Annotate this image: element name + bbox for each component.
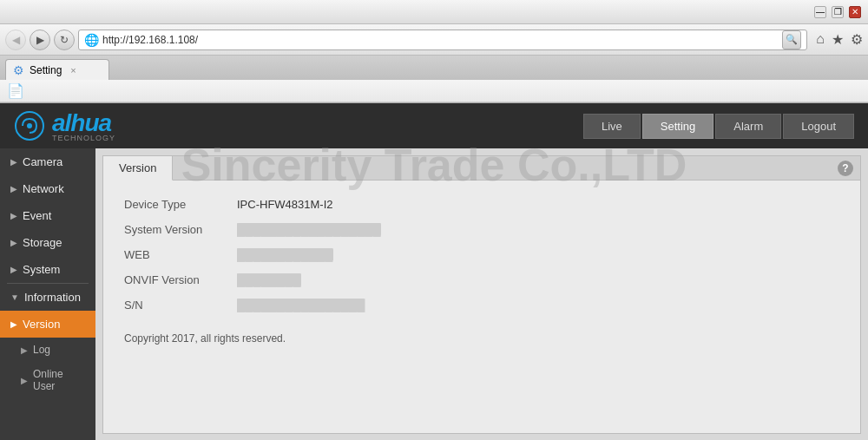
app-header: alhua TECHNOLOGY Live Setting Alarm Logo… <box>0 103 868 148</box>
address-text: http://192.168.1.108/ <box>102 34 779 46</box>
sidebar-item-information[interactable]: ▼ Information <box>0 284 95 311</box>
arrow-icon-event: ▶ <box>10 211 17 220</box>
sidebar-item-camera[interactable]: ▶ Camera <box>0 148 95 175</box>
home-icon[interactable]: ⌂ <box>816 31 825 48</box>
info-row-sn: S/N ████████████████ <box>124 299 839 312</box>
nav-setting[interactable]: Setting <box>642 114 713 139</box>
arrow-icon-network: ▶ <box>10 184 17 194</box>
refresh-button[interactable]: ↻ <box>54 30 75 50</box>
address-bar[interactable]: 🌐 http://192.168.1.108/ 🔍 <box>78 30 807 50</box>
sidebar-label-information: Information <box>24 291 81 304</box>
nav-live[interactable]: Live <box>583 114 641 139</box>
sidebar-label-camera: Camera <box>23 155 62 168</box>
arrow-icon-system: ▶ <box>10 265 17 274</box>
browser-chrome: — ❐ ✕ ◀ ▶ ↻ 🌐 http://192.168.1.108/ 🔍 ⌂ … <box>0 0 868 103</box>
arrow-icon-log: ▶ <box>21 345 28 355</box>
sidebar-item-storage[interactable]: ▶ Storage <box>0 229 95 256</box>
arrow-icon-version: ▶ <box>10 319 17 329</box>
restore-button[interactable]: ❐ <box>832 6 844 18</box>
value-onvif: ████████ <box>237 273 301 286</box>
browser-toolbar: ◀ ▶ ↻ 🌐 http://192.168.1.108/ 🔍 ⌂ ★ ⚙ <box>0 24 868 56</box>
titlebar: — ❐ ✕ <box>0 0 868 24</box>
content-area: Version ? Device Type IPC-HFW4831M-I2 Sy… <box>95 148 868 440</box>
label-onvif: ONVIF Version <box>124 273 237 286</box>
logo-subtitle: TECHNOLOGY <box>52 134 115 142</box>
tab-favicon: ⚙ <box>13 63 24 77</box>
sidebar-label-system: System <box>23 263 60 276</box>
tab-bar: ⚙ Setting × <box>0 56 868 80</box>
label-system-version: System Version <box>124 223 237 236</box>
label-web: WEB <box>124 248 237 261</box>
bookmarks-bar: 📄 <box>0 80 868 102</box>
value-device-type: IPC-HFW4831M-I2 <box>237 198 333 211</box>
sidebar-item-log[interactable]: ▶ Log <box>0 338 95 362</box>
globe-icon: 🌐 <box>84 33 99 47</box>
sidebar-label-version: Version <box>23 318 60 331</box>
logo-text-area: alhua TECHNOLOGY <box>52 109 115 142</box>
info-row-device-type: Device Type IPC-HFW4831M-I2 <box>124 198 839 211</box>
sidebar-item-version[interactable]: ▶ Version <box>0 311 95 338</box>
value-web: ████████████ <box>237 248 333 261</box>
star-icon[interactable]: ★ <box>832 31 844 48</box>
arrow-icon-storage: ▶ <box>10 238 17 247</box>
arrow-icon-online-user: ▶ <box>21 376 28 385</box>
arrow-icon-camera: ▶ <box>10 157 17 167</box>
sidebar: ▶ Camera ▶ Network ▶ Event ▶ Storage ▶ S… <box>0 148 95 440</box>
label-device-type: Device Type <box>124 198 237 211</box>
logo-area: alhua TECHNOLOGY <box>14 109 115 142</box>
panel-content: Device Type IPC-HFW4831M-I2 System Versi… <box>103 181 860 362</box>
sidebar-label-storage: Storage <box>23 236 62 249</box>
svg-point-1 <box>27 123 32 128</box>
value-sn: ████████████████ <box>237 299 365 312</box>
sidebar-item-system[interactable]: ▶ System <box>0 256 95 283</box>
minimize-button[interactable]: — <box>814 6 826 18</box>
search-button[interactable]: 🔍 <box>782 30 801 49</box>
label-sn: S/N <box>124 299 237 312</box>
tab-title: Setting <box>30 64 62 76</box>
app-container: alhua TECHNOLOGY Live Setting Alarm Logo… <box>0 103 868 440</box>
nav-alarm[interactable]: Alarm <box>715 114 781 139</box>
sidebar-item-network[interactable]: ▶ Network <box>0 175 95 202</box>
nav-buttons: Live Setting Alarm Logout <box>583 114 854 139</box>
panel-header-right: ? <box>838 156 860 180</box>
tab-close-button[interactable]: × <box>70 65 76 76</box>
logo-svg <box>14 110 45 141</box>
sidebar-item-online-user[interactable]: ▶ Online User <box>0 362 95 398</box>
sidebar-item-event[interactable]: ▶ Event <box>0 202 95 229</box>
nav-logout[interactable]: Logout <box>783 114 854 139</box>
sidebar-label-event: Event <box>23 209 51 222</box>
main-layout: ▶ Camera ▶ Network ▶ Event ▶ Storage ▶ S… <box>0 148 868 440</box>
sidebar-label-network: Network <box>23 182 64 195</box>
close-button[interactable]: ✕ <box>849 6 861 18</box>
bookmark-icon[interactable]: 📄 <box>7 82 24 99</box>
copyright-text: Copyright 2017, all rights reserved. <box>124 332 839 345</box>
titlebar-buttons: — ❐ ✕ <box>814 6 861 18</box>
info-row-system-version: System Version ██████████████████ <box>124 223 839 236</box>
sidebar-label-log: Log <box>33 344 50 356</box>
sidebar-label-online-user: Online User <box>33 368 85 392</box>
panel-tabs: Version ? <box>103 156 860 181</box>
gear-icon[interactable]: ⚙ <box>851 31 863 48</box>
help-icon[interactable]: ? <box>838 161 853 176</box>
info-row-onvif: ONVIF Version ████████ <box>124 273 839 286</box>
content-panel: Version ? Device Type IPC-HFW4831M-I2 Sy… <box>102 155 861 434</box>
info-row-web: WEB ████████████ <box>124 248 839 261</box>
panel-tab-version[interactable]: Version <box>103 156 173 181</box>
value-system-version: ██████████████████ <box>237 223 381 236</box>
forward-button[interactable]: ▶ <box>30 30 50 50</box>
arrow-icon-information: ▼ <box>10 292 19 302</box>
browser-tab[interactable]: ⚙ Setting × <box>5 59 109 80</box>
back-button[interactable]: ◀ <box>5 30 26 50</box>
